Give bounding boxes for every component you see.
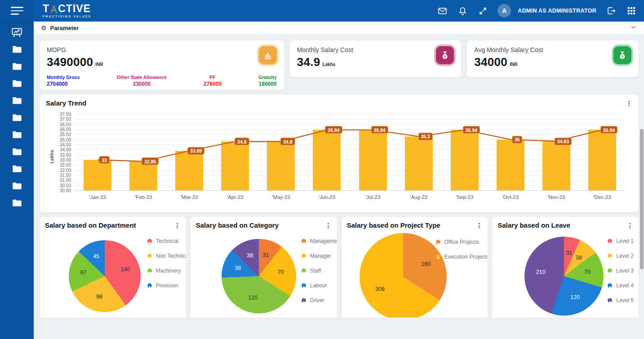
legend: Level 1Level 2Level 3Level 4Level 5 [608,238,634,304]
data-label: 32.85 [142,158,159,165]
chart-title: Salary based on Department [45,221,136,229]
logo-t: T [43,4,49,14]
pie-slice-value: 160 [421,261,431,267]
sidebar-item-folder-2[interactable] [0,59,34,76]
brand-logo: T CTIVE PRACTISING VALUES [43,4,92,18]
trend-bar-Apr-23[interactable] [221,141,249,190]
kebab-menu-icon[interactable]: ⋮ [325,222,332,229]
legend-item[interactable]: Non Technica [147,253,186,259]
trend-bar-Sep-23[interactable] [451,130,479,190]
breakdown-label: Monthly Gross [47,75,80,80]
salary_by_leave-pie[interactable] [524,237,604,316]
sidebar-item-folder-5[interactable] [0,110,34,127]
folder-icon [11,112,23,125]
menu-hamburger-icon[interactable] [11,7,23,15]
sidebar-item-folder-8[interactable] [0,161,34,178]
legend-item[interactable]: Staff [302,268,337,274]
salary_by_project_type-pie[interactable] [360,233,447,317]
bar-chart-icon [259,46,277,64]
sidebar-item-folder-7[interactable] [0,144,34,161]
data-label: 35.3 [418,132,432,140]
folder-icon [11,180,23,194]
legend-item[interactable]: Execution Projects [436,254,488,260]
gridline [75,190,625,191]
salary_by_department-pie[interactable] [69,240,141,312]
top-navbar: T CTIVE PRACTISING VALUES A ADMIN AS ADM… [0,0,644,22]
kebab-menu-icon[interactable]: ⋮ [476,222,482,229]
sidebar-item-folder-6[interactable] [0,127,34,144]
trend-bar-Jul-23[interactable] [359,130,387,190]
trend-bar-Jun-23[interactable] [313,130,341,190]
salary_by_category-pie[interactable] [222,239,296,313]
parameter-panel-header[interactable]: ⚙ Parameter [34,21,644,35]
sidebar-item-dashboards[interactable] [0,25,34,42]
data-label: 34.8 [280,138,295,145]
legend-marker-icon [436,255,440,259]
logout-icon[interactable] [606,5,617,16]
sidebar-item-folder-3[interactable] [0,76,34,93]
salary-trend-chart: 37.5037.0036.5036.0035.5035.0034.5034.00… [46,110,632,206]
apps-grid-icon[interactable] [626,5,637,16]
trend-bar-Feb-23[interactable] [129,161,157,190]
parameter-label: Parameter [50,25,79,31]
chart-title: Salary Trend [46,99,86,107]
legend-marker-icon [302,298,306,303]
data-label: 35.94 [463,126,480,134]
bell-icon[interactable] [457,5,468,16]
legend-item[interactable]: Driver [302,297,337,304]
x-axis-tick: 'Dec-23 [593,194,611,200]
legend-item[interactable]: Management [302,238,337,244]
legend-marker-icon [302,269,306,273]
expand-icon[interactable] [477,5,488,16]
sidebar-item-folder-1[interactable] [0,42,34,59]
legend-item[interactable]: Level 3 [608,268,634,274]
trend-bar-Mar-23[interactable] [175,151,203,190]
trend-bar-Dec-23[interactable] [588,130,616,190]
chart-title: Salary based on Project Type [347,221,440,229]
legend-item[interactable]: Manager [302,253,337,259]
pie-slice-value: 67 [80,269,87,276]
pie-card-department: Salary based on Department ⋮ 140986745Te… [40,217,186,317]
legend-item[interactable]: Labour [302,282,337,289]
trend-bar-Aug-23[interactable] [405,136,433,190]
kebab-menu-icon[interactable]: ⋮ [627,222,633,229]
category-pie-chart: 31701203838ManagementManagerStaffLabourD… [196,229,332,317]
mail-icon[interactable] [437,5,448,16]
pie-slice-value: 98 [96,294,102,300]
legend-item[interactable]: Provision [147,282,186,289]
legend-item[interactable]: Office Projects [436,239,488,245]
trend-bar-Nov-23[interactable] [542,141,570,190]
sidebar-item-folder-4[interactable] [0,93,34,110]
kebab-menu-icon[interactable]: ⋮ [174,222,181,229]
legend-item[interactable]: Level 1 [608,238,634,244]
pie-slice-value: 31 [566,250,572,256]
scrollbar-thumb[interactable] [640,129,644,269]
legend-item[interactable]: Level 2 [608,253,634,259]
trend-bar-May-23[interactable] [267,141,295,190]
sidebar-item-folder-10[interactable] [0,195,34,212]
y-axis-tick: 35.50 [51,132,71,137]
data-label: 34.83 [555,137,572,145]
avatar[interactable]: A [497,4,511,18]
y-axis-tick: 31.50 [51,173,71,178]
user-role-label[interactable]: ADMIN AS ADMINISTRATOR [518,8,596,14]
trend-bar-Oct-23[interactable] [497,140,524,190]
gridline [75,134,625,135]
kpi-breakdown-item: Monthly Gross2704000 [47,75,80,87]
legend-item[interactable]: Level 5 [608,297,634,304]
sidebar-toggle-block [0,0,34,22]
kpi-title: MOPG [47,46,277,53]
legend-item[interactable]: Level 4 [608,282,634,289]
trend-bar-Jan-23[interactable] [84,160,111,190]
kpi-card-avg-monthly-salary-cost: Avg Monthly Salary Cost 34000 INR $ [467,40,639,77]
legend-item[interactable]: Technical [147,238,186,244]
legend-item[interactable]: Machinery [147,268,186,274]
x-axis-tick: 'Oct-23 [502,194,519,200]
folder-icon [11,129,23,142]
logo-ct: CT [58,4,73,14]
legend-marker-icon [147,254,152,258]
sidebar-item-folder-9[interactable] [0,178,34,195]
chevron-down-icon[interactable] [630,24,637,32]
kebab-menu-icon[interactable]: ⋮ [626,100,632,106]
pie-card-project-type: Salary based on Project Type ⋮ 160309Off… [342,217,488,317]
